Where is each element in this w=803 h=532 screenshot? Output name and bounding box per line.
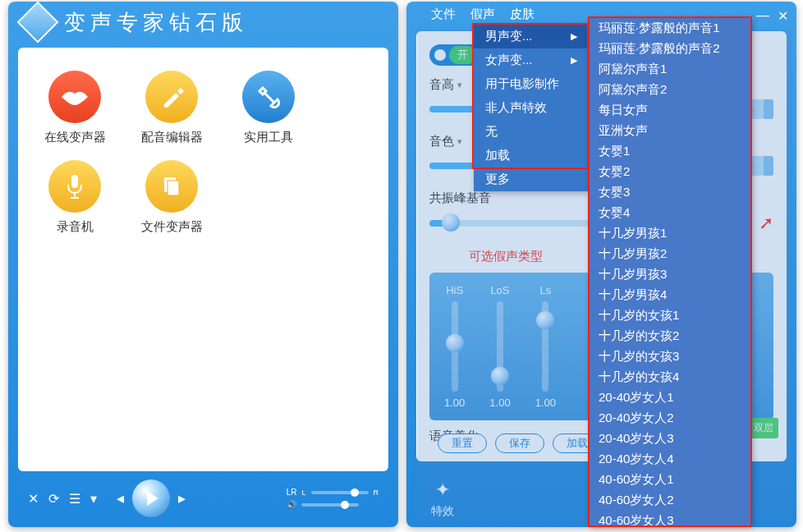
tab-effects[interactable]: ✦ 特效 <box>431 479 454 519</box>
wand-icon: ✦ <box>435 479 450 501</box>
red-arrow-icon: ➚ <box>759 213 773 234</box>
minimize-icon[interactable]: — <box>756 8 769 24</box>
submenu-item[interactable]: 十几岁的女孩3 <box>589 346 751 367</box>
menu-item[interactable]: 用于电影制作 <box>474 72 589 96</box>
tool-dub-editor[interactable]: 配音编辑器 <box>135 71 209 145</box>
bottom-bar: ✕ ⟳ ☰ ▾ ◂ ▸ LR L R 🔊 <box>18 476 388 521</box>
window-controls: — ✕ <box>756 8 788 24</box>
his-slider[interactable] <box>452 301 458 392</box>
submenu-item[interactable]: 阿黛尔声音2 <box>589 80 751 100</box>
down-icon[interactable]: ▾ <box>90 491 97 507</box>
submenu-item[interactable]: 20-40岁女人2 <box>589 408 751 429</box>
submenu-arrow-icon: ▶ <box>571 31 577 42</box>
eq-val: 1.00 <box>489 397 510 409</box>
voice-preset-submenu: 玛丽莲·梦露般的声音1玛丽莲·梦露般的声音2阿黛尔声音1阿黛尔声音2每日女声亚洲… <box>589 18 751 525</box>
play-button[interactable] <box>132 479 170 517</box>
close-icon[interactable]: ✕ <box>778 8 788 24</box>
submenu-item[interactable]: 20-40岁女人3 <box>589 429 751 449</box>
list-icon[interactable]: ☰ <box>69 491 80 507</box>
save-button[interactable]: 保存 <box>495 433 544 453</box>
tool-online-voice-changer[interactable]: 在线变声器 <box>38 71 112 145</box>
menu-item[interactable]: 女声变...▶ <box>474 48 589 72</box>
main-window: 变声专家钻石版 在线变声器 配音编辑器 实用工具 <box>8 2 398 527</box>
eq-name: LoS <box>490 284 509 296</box>
eq-val: 1.00 <box>535 397 556 409</box>
balance-slider[interactable] <box>311 491 369 494</box>
chevron-down-icon[interactable]: ▾ <box>457 136 462 147</box>
wrench-icon <box>242 71 295 123</box>
next-icon[interactable]: ▸ <box>178 489 186 507</box>
eq-val: 1.00 <box>444 397 465 409</box>
pitch-label: 音高 <box>429 77 454 93</box>
submenu-item[interactable]: 40-60岁女人1 <box>589 470 751 490</box>
submenu-item[interactable]: 阿黛尔声音1 <box>589 59 751 80</box>
eq-col-ls: Ls 1.00 <box>535 284 556 409</box>
tool-label: 录音机 <box>38 219 112 235</box>
submenu-item[interactable]: 20-40岁女人1 <box>589 388 751 408</box>
submenu-item[interactable]: 40-60岁女人3 <box>589 511 751 531</box>
tool-file-voice-changer[interactable]: 文件变声器 <box>135 160 209 235</box>
eq-name: HiS <box>446 284 463 296</box>
menu-item[interactable]: 男声变...▶ <box>474 25 589 48</box>
submenu-item[interactable]: 20-40岁女人4 <box>589 449 751 470</box>
shuffle-icon[interactable]: ✕ <box>28 491 39 507</box>
submenu-item[interactable]: 十几岁男孩4 <box>589 285 751 305</box>
menu-item[interactable]: 更多 <box>474 167 589 191</box>
formant-label: 共振峰基音 <box>429 190 491 206</box>
eq-col-his: HiS 1.00 <box>444 284 465 409</box>
reset-button[interactable]: 重置 <box>438 433 487 453</box>
menu-item[interactable]: 无 <box>474 120 589 144</box>
submenu-item[interactable]: 十几岁的女孩1 <box>589 305 751 326</box>
timbre-spinner[interactable] <box>764 156 773 176</box>
submenu-item[interactable]: 每日女声 <box>589 100 751 121</box>
submenu-arrow-icon: ▶ <box>571 55 577 66</box>
submenu-item[interactable]: 女婴1 <box>589 141 751 162</box>
submenu-item[interactable]: 亚洲女声 <box>589 121 751 141</box>
eq-col-los: LoS 1.00 <box>489 284 510 409</box>
svg-rect-2 <box>167 181 179 195</box>
tool-label: 在线变声器 <box>38 130 112 145</box>
repeat-icon[interactable]: ⟳ <box>48 491 59 507</box>
toggle-indicator <box>434 49 446 61</box>
submenu-item[interactable]: 40-60岁女人2 <box>589 490 751 511</box>
mic-icon <box>48 160 101 213</box>
app-logo-icon <box>17 2 59 44</box>
submenu-item[interactable]: 十几岁男孩1 <box>589 223 751 244</box>
tool-utilities[interactable]: 实用工具 <box>232 71 305 145</box>
submenu-item[interactable]: 女婴2 <box>589 162 751 182</box>
submenu-item[interactable]: 玛丽莲·梦露般的声音2 <box>589 39 751 59</box>
submenu-item[interactable]: 十几岁男孩3 <box>589 264 751 285</box>
files-icon <box>145 160 198 213</box>
lips-icon <box>48 71 101 123</box>
prev-icon[interactable]: ◂ <box>117 489 124 507</box>
tool-label: 文件变声器 <box>135 219 209 235</box>
menu-item[interactable]: 加载 <box>474 144 589 167</box>
action-buttons: 重置 保存 加载 <box>438 433 602 453</box>
lr-label: LR <box>287 488 297 497</box>
tool-label: 配音编辑器 <box>135 130 209 145</box>
menu-item[interactable]: 非人声特效 <box>474 96 589 120</box>
menu-fake-voice[interactable]: 假声 <box>470 7 495 22</box>
eq-name: Ls <box>539 284 551 296</box>
small-icons: ✕ ⟳ ☰ ▾ <box>28 491 97 507</box>
svg-rect-0 <box>71 175 78 188</box>
submenu-item[interactable]: 女婴3 <box>589 182 751 203</box>
submenu-item[interactable]: 玛丽莲·梦露般的声音1 <box>589 18 751 39</box>
dual-layer-badge[interactable]: 双层 <box>749 418 778 438</box>
menu-skin[interactable]: 皮肤 <box>510 7 535 22</box>
submenu-item[interactable]: 十几岁的女孩2 <box>589 326 751 346</box>
tool-recorder[interactable]: 录音机 <box>38 160 112 235</box>
tool-grid: 在线变声器 配音编辑器 实用工具 录音机 <box>31 61 375 245</box>
volume-slider[interactable] <box>301 503 359 507</box>
submenu-item[interactable]: 十几岁的女孩4 <box>589 367 751 388</box>
volume-icon[interactable]: 🔊 <box>287 500 296 509</box>
left-content: 在线变声器 配音编辑器 实用工具 录音机 <box>18 48 388 471</box>
ls-slider[interactable] <box>542 301 548 392</box>
chevron-down-icon[interactable]: ▾ <box>457 80 462 90</box>
submenu-item[interactable]: 女婴4 <box>589 203 751 223</box>
submenu-item[interactable]: 十几岁男孩2 <box>589 244 751 264</box>
pitch-spinner[interactable] <box>764 99 773 119</box>
r-label: R <box>374 488 379 497</box>
los-slider[interactable] <box>497 301 503 392</box>
menu-file[interactable]: 文件 <box>431 7 456 22</box>
